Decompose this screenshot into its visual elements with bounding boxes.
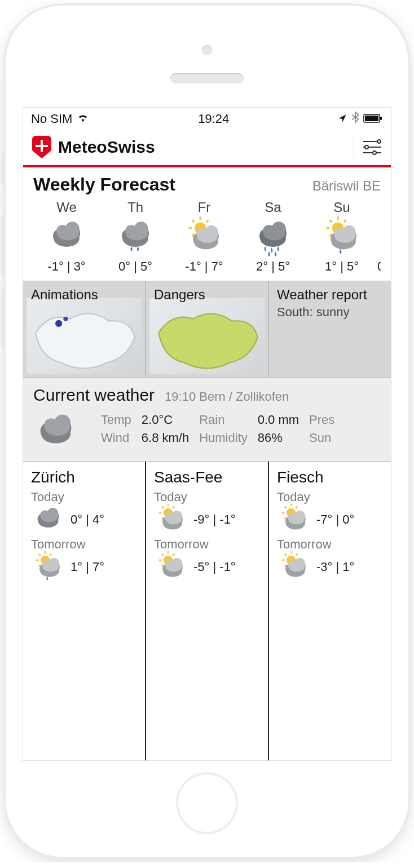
svg-point-14 bbox=[65, 222, 80, 236]
current-weather[interactable]: Current weather 19:10 Bern / Zollikofen … bbox=[23, 378, 391, 462]
city-day-label: Tomorrow bbox=[31, 537, 137, 552]
tile-dangers[interactable]: Dangers bbox=[146, 281, 269, 377]
metric-label: Rain bbox=[199, 413, 248, 427]
svg-line-23 bbox=[206, 220, 209, 222]
tile-dangers-label: Dangers bbox=[154, 287, 260, 303]
svg-line-29 bbox=[192, 220, 195, 222]
metric-label: Wind bbox=[101, 431, 131, 445]
city-card[interactable]: Fiesch Today -7° | 0° Tomorrow -3° | 1° bbox=[269, 462, 391, 760]
weather-icon bbox=[171, 218, 237, 257]
svg-point-56 bbox=[342, 225, 356, 239]
wifi-icon bbox=[77, 112, 89, 126]
day-name: Sa bbox=[240, 200, 306, 215]
metric-label: Pres bbox=[309, 413, 334, 427]
sliders-icon bbox=[362, 139, 382, 155]
svg-point-35 bbox=[205, 225, 218, 239]
svg-point-41 bbox=[272, 222, 286, 236]
tiles-row: Animations Dangers Weather report bbox=[23, 281, 391, 378]
svg-rect-2 bbox=[380, 117, 382, 120]
weather-icon bbox=[33, 218, 100, 257]
svg-point-121 bbox=[171, 557, 182, 568]
forecast-day[interactable]: Su 1° | 5° bbox=[309, 200, 375, 274]
city-card[interactable]: Saas-Fee Today -9° | -1° Tomorrow -5° | … bbox=[146, 462, 269, 760]
weather-icon bbox=[309, 218, 375, 257]
day-temps: 2° | 5° bbox=[240, 259, 306, 274]
weekly-days[interactable]: We -1° | 3° Th 0° | 5° Fr -1° | 7° Sa 2°… bbox=[33, 200, 381, 274]
tile-weather-report[interactable]: Weather report South: sunny bbox=[269, 281, 391, 377]
swiss-shield-icon bbox=[32, 136, 51, 158]
svg-point-106 bbox=[171, 510, 182, 521]
status-bar: No SIM 19:24 bbox=[23, 108, 391, 130]
svg-line-79 bbox=[50, 553, 51, 555]
metric-label: Temp bbox=[101, 413, 131, 427]
svg-point-63 bbox=[55, 320, 62, 327]
city-day-label: Today bbox=[277, 490, 383, 504]
svg-point-91 bbox=[49, 557, 59, 568]
city-name: Saas-Fee bbox=[154, 468, 260, 486]
svg-rect-1 bbox=[365, 116, 378, 121]
tile-animations[interactable]: Animations bbox=[23, 281, 146, 377]
metric-value: 86% bbox=[258, 431, 299, 445]
city-name: Fiesch bbox=[277, 468, 383, 486]
clock: 19:24 bbox=[198, 112, 229, 126]
weather-icon bbox=[154, 553, 188, 581]
map-thumb-icon bbox=[149, 298, 265, 374]
day-temps: 0° | 5° bbox=[102, 259, 169, 274]
city-card[interactable]: Zürich Today 0° | 4° Tomorrow 1° | 7° bbox=[23, 462, 146, 760]
svg-point-136 bbox=[294, 510, 305, 521]
cities-row: Zürich Today 0° | 4° Tomorrow 1° | 7° Sa… bbox=[23, 462, 391, 760]
current-metrics: TempWind2.0°C6.8 km/hRainHumidity0.0 mm8… bbox=[101, 413, 345, 452]
weather-icon bbox=[240, 218, 306, 257]
day-name: Su bbox=[309, 200, 375, 215]
city-day-label: Tomorrow bbox=[154, 537, 260, 552]
app-title: MeteoSwiss bbox=[58, 138, 155, 157]
forecast-day[interactable]: We -1° | 3° bbox=[33, 200, 100, 274]
day-name: We bbox=[33, 200, 100, 215]
weather-icon bbox=[102, 218, 169, 257]
weekly-location: Bäriswil BE bbox=[312, 178, 381, 194]
weather-icon bbox=[277, 553, 311, 581]
city-name: Zürich bbox=[31, 468, 137, 486]
svg-line-100 bbox=[161, 506, 163, 508]
current-weather-icon bbox=[33, 413, 84, 452]
svg-point-70 bbox=[54, 415, 71, 431]
city-temps: -5° | -1° bbox=[193, 560, 236, 574]
tile-report-label: Weather report bbox=[277, 287, 383, 303]
svg-point-8 bbox=[373, 151, 376, 154]
city-temps: -7° | 0° bbox=[316, 512, 354, 527]
city-temps: 1° | 7° bbox=[71, 560, 104, 574]
weather-icon bbox=[277, 506, 311, 534]
weekly-forecast[interactable]: Weekly Forecast Bäriswil BE We -1° | 3° … bbox=[23, 167, 391, 281]
weekly-title: Weekly Forecast bbox=[33, 174, 175, 195]
forecast-day[interactable]: Fr -1° | 7° bbox=[171, 200, 237, 274]
city-temps: -9° | -1° bbox=[193, 512, 236, 527]
weather-icon bbox=[31, 553, 65, 581]
app-header: MeteoSwiss bbox=[23, 130, 391, 167]
forecast-day[interactable]: Sa 2° | 5° bbox=[240, 200, 306, 274]
metric-value: 6.8 km/h bbox=[142, 431, 189, 445]
home-button[interactable] bbox=[176, 772, 238, 834]
svg-line-85 bbox=[38, 553, 40, 555]
city-temps: -3° | 1° bbox=[316, 560, 354, 574]
svg-line-44 bbox=[344, 220, 346, 222]
weather-icon bbox=[31, 506, 65, 534]
svg-point-4 bbox=[377, 140, 381, 143]
svg-line-124 bbox=[296, 506, 297, 508]
settings-button[interactable] bbox=[354, 136, 382, 158]
city-temps: 0° | 4° bbox=[71, 512, 104, 527]
svg-point-151 bbox=[294, 557, 305, 568]
forecast-day[interactable]: Th 0° | 5° bbox=[102, 200, 169, 274]
metric-label: Humidity bbox=[199, 431, 248, 445]
svg-point-64 bbox=[63, 317, 68, 321]
city-day-label: Today bbox=[154, 490, 260, 504]
tile-animations-label: Animations bbox=[31, 287, 137, 303]
day-temps: -1° | 3° bbox=[33, 259, 100, 274]
map-thumb-icon bbox=[27, 298, 142, 374]
svg-point-6 bbox=[365, 145, 368, 149]
battery-icon bbox=[364, 112, 383, 126]
brand: MeteoSwiss bbox=[32, 136, 155, 158]
day-name: Fr bbox=[171, 200, 237, 215]
city-day-label: Tomorrow bbox=[277, 537, 383, 552]
metric-label: Sun bbox=[309, 431, 334, 445]
svg-line-50 bbox=[330, 220, 332, 222]
